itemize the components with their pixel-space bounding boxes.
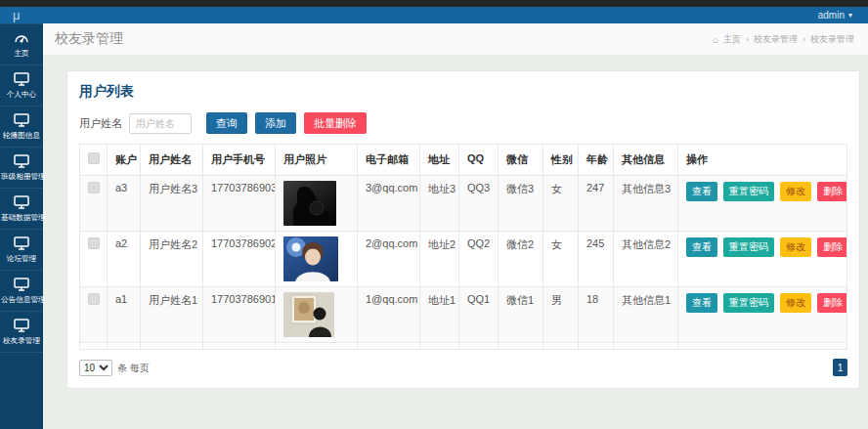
user-photo bbox=[283, 236, 338, 281]
breadcrumb-level1[interactable]: 校友录管理 bbox=[754, 33, 798, 46]
home-icon: ⌂ bbox=[713, 34, 718, 45]
table-row: a3 用户姓名3 17703786903 bbox=[80, 176, 847, 232]
sidebar-item-home[interactable]: 主页 bbox=[0, 23, 43, 65]
page-title: 校友录管理 bbox=[55, 30, 123, 48]
sidebar-item-label: 班级相册管理 bbox=[1, 171, 42, 181]
admin-menu[interactable]: admin ▾ bbox=[818, 10, 868, 21]
table-row: a1 用户姓名1 17703786901 bbox=[80, 287, 847, 343]
cell-account: a2 bbox=[108, 232, 141, 287]
cell-account: a1 bbox=[108, 287, 141, 343]
cell-name: 用户姓名1 bbox=[141, 287, 203, 343]
reset-password-button[interactable]: 重置密码 bbox=[723, 182, 774, 201]
sidebar-item-forum[interactable]: 论坛管理 bbox=[0, 230, 43, 271]
monitor-icon bbox=[0, 154, 43, 168]
cell-phone: 17703786903 bbox=[203, 176, 276, 232]
breadcrumb: ⌂ 主页 › 校友录管理 › 校友录管理 bbox=[713, 33, 854, 46]
row-checkbox[interactable] bbox=[88, 293, 100, 305]
search-label: 用户姓名 bbox=[79, 116, 122, 131]
sidebar: 主页 个人中心 轮播图信息 班级相册管理 基础数据管理 bbox=[0, 23, 43, 429]
sidebar-item-class-album[interactable]: 班级相册管理 bbox=[0, 148, 43, 189]
cell-wechat: 微信3 bbox=[499, 176, 543, 232]
sidebar-item-label: 公告信息管理 bbox=[1, 294, 42, 304]
monitor-icon bbox=[0, 113, 43, 127]
breadcrumb-separator: › bbox=[803, 34, 805, 44]
cell-email: 3@qq.com bbox=[358, 176, 420, 232]
cell-gender: 女 bbox=[543, 232, 579, 287]
view-button[interactable]: 查看 bbox=[686, 182, 717, 201]
edit-button[interactable]: 修改 bbox=[780, 293, 811, 313]
cell-name: 用户姓名3 bbox=[141, 176, 203, 232]
sidebar-item-profile[interactable]: 个人中心 bbox=[0, 65, 43, 107]
cell-qq: QQ1 bbox=[459, 287, 499, 343]
breadcrumb-home[interactable]: 主页 bbox=[723, 33, 741, 46]
cell-email: 1@qq.com bbox=[358, 287, 420, 343]
pagination: 10 条 每页 1 bbox=[79, 359, 847, 376]
col-gender: 性别 bbox=[543, 145, 579, 176]
col-wechat: 微信 bbox=[499, 145, 543, 176]
sidebar-item-label: 校友录管理 bbox=[1, 335, 42, 345]
col-account: 账户 bbox=[108, 145, 141, 176]
cell-age: 18 bbox=[579, 287, 614, 343]
sidebar-item-carousel[interactable]: 轮播图信息 bbox=[0, 107, 43, 148]
cell-other: 其他信息1 bbox=[614, 287, 678, 343]
cell-wechat: 微信2 bbox=[499, 232, 543, 287]
cell-phone: 17703786901 bbox=[203, 287, 276, 343]
table-footer-row bbox=[80, 343, 847, 350]
user-list-card: 用户列表 用户姓名 查询 添加 批量删除 bbox=[66, 70, 860, 389]
cell-wechat: 微信1 bbox=[499, 287, 543, 343]
view-button[interactable]: 查看 bbox=[686, 237, 717, 257]
sidebar-item-notice[interactable]: 公告信息管理 bbox=[0, 271, 43, 312]
cell-gender: 男 bbox=[543, 287, 579, 343]
toolbar: 用户姓名 查询 添加 批量删除 bbox=[79, 112, 847, 134]
delete-button[interactable]: 删除 bbox=[817, 237, 846, 257]
col-qq: QQ bbox=[459, 145, 499, 176]
app-logo: μ bbox=[0, 9, 43, 21]
sidebar-item-alumni[interactable]: 校友录管理 bbox=[0, 312, 43, 353]
select-all-checkbox[interactable] bbox=[88, 152, 100, 164]
monitor-icon bbox=[0, 319, 43, 332]
per-page-label: 条 每页 bbox=[117, 360, 150, 376]
cell-gender: 女 bbox=[543, 176, 579, 232]
monitor-icon bbox=[0, 278, 43, 291]
dashboard-icon bbox=[0, 31, 43, 45]
reset-password-button[interactable]: 重置密码 bbox=[723, 293, 774, 313]
page-1-button[interactable]: 1 bbox=[833, 359, 847, 376]
batch-delete-button[interactable]: 批量删除 bbox=[304, 112, 367, 134]
sidebar-item-label: 论坛管理 bbox=[1, 253, 42, 263]
reset-password-button[interactable]: 重置密码 bbox=[723, 237, 774, 257]
cell-email: 2@qq.com bbox=[358, 232, 420, 287]
page-header: 校友录管理 ⌂ 主页 › 校友录管理 › 校友录管理 bbox=[43, 23, 868, 56]
app-bar: μ admin ▾ bbox=[0, 7, 868, 23]
col-email: 电子邮箱 bbox=[358, 145, 420, 176]
caret-down-icon: ▾ bbox=[848, 12, 852, 20]
cell-address: 地址1 bbox=[420, 287, 459, 343]
delete-button[interactable]: 删除 bbox=[817, 182, 846, 201]
search-input[interactable] bbox=[129, 113, 192, 134]
breadcrumb-separator: › bbox=[746, 34, 749, 44]
top-strip bbox=[0, 0, 868, 7]
sidebar-item-label: 基础数据管理 bbox=[1, 212, 42, 222]
monitor-icon bbox=[0, 72, 43, 86]
cell-phone: 17703786902 bbox=[203, 232, 276, 287]
col-age: 年龄 bbox=[579, 145, 614, 176]
sidebar-item-base-data[interactable]: 基础数据管理 bbox=[0, 189, 43, 230]
sidebar-item-label: 轮播图信息 bbox=[1, 130, 42, 140]
monitor-icon bbox=[0, 195, 43, 209]
cell-qq: QQ3 bbox=[459, 176, 499, 232]
delete-button[interactable]: 删除 bbox=[817, 293, 846, 313]
col-phone: 用户手机号 bbox=[203, 145, 276, 176]
row-checkbox[interactable] bbox=[88, 182, 100, 193]
edit-button[interactable]: 修改 bbox=[780, 237, 811, 257]
view-button[interactable]: 查看 bbox=[686, 293, 717, 313]
col-name: 用户姓名 bbox=[141, 145, 203, 176]
cell-address: 地址2 bbox=[420, 232, 459, 287]
query-button[interactable]: 查询 bbox=[206, 112, 247, 134]
card-title: 用户列表 bbox=[79, 83, 847, 101]
row-checkbox[interactable] bbox=[88, 237, 100, 249]
add-button[interactable]: 添加 bbox=[255, 112, 296, 134]
edit-button[interactable]: 修改 bbox=[780, 182, 811, 201]
sidebar-item-label: 主页 bbox=[1, 48, 42, 58]
page-size-select[interactable]: 10 bbox=[79, 360, 112, 376]
admin-username: admin bbox=[818, 10, 845, 21]
col-other: 其他信息 bbox=[614, 145, 678, 176]
